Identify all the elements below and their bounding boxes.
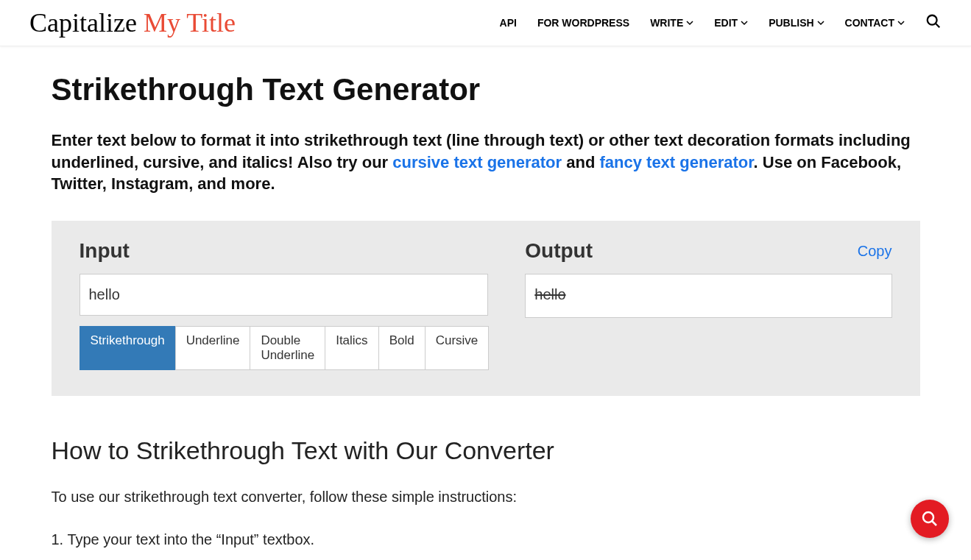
svg-line-3 xyxy=(932,521,936,525)
input-textbox[interactable] xyxy=(80,274,489,316)
search-fab[interactable] xyxy=(911,500,949,538)
howto-step-1: 1. Type your text into the “Input” textb… xyxy=(52,528,920,550)
howto-title: How to Strikethrough Text with Our Conve… xyxy=(52,436,920,465)
chevron-down-icon xyxy=(817,19,825,26)
search-icon xyxy=(921,510,939,528)
chevron-down-icon xyxy=(897,19,905,26)
svg-point-2 xyxy=(923,512,933,522)
nav-api[interactable]: API xyxy=(500,17,517,29)
input-column: Input Strikethrough Underline Double Und… xyxy=(80,239,489,370)
howto-intro: To use our strikethrough text converter,… xyxy=(52,486,567,508)
nav-wordpress[interactable]: FOR WORDPRESS xyxy=(537,17,629,29)
intro-mid: and xyxy=(562,153,599,171)
nav-publish[interactable]: PUBLISH xyxy=(769,17,824,29)
tab-underline[interactable]: Underline xyxy=(175,326,251,370)
fancy-generator-link[interactable]: fancy text generator xyxy=(599,153,753,171)
input-label: Input xyxy=(80,239,130,263)
format-tabs: Strikethrough Underline Double Underline… xyxy=(80,326,489,370)
intro-text: Enter text below to format it into strik… xyxy=(52,130,920,195)
cursive-generator-link[interactable]: cursive text generator xyxy=(392,153,562,171)
tab-bold[interactable]: Bold xyxy=(378,326,426,370)
output-label: Output xyxy=(525,239,593,263)
nav-label: WRITE xyxy=(650,17,683,29)
tab-cursive[interactable]: Cursive xyxy=(425,326,490,370)
tab-strikethrough[interactable]: Strikethrough xyxy=(80,326,176,370)
nav-label: PUBLISH xyxy=(769,17,813,29)
nav-label: API xyxy=(500,17,517,29)
nav-edit[interactable]: EDIT xyxy=(714,17,748,29)
svg-line-1 xyxy=(936,24,940,28)
tab-double-underline[interactable]: Double Underline xyxy=(250,326,325,370)
site-logo[interactable]: Capitalize My Title xyxy=(29,7,236,38)
chevron-down-icon xyxy=(741,19,748,26)
page-title: Strikethrough Text Generator xyxy=(52,72,920,107)
svg-point-0 xyxy=(928,15,937,25)
tab-italics[interactable]: Italics xyxy=(325,326,378,370)
nav-contact[interactable]: CONTACT xyxy=(845,17,905,29)
tool-box: Input Strikethrough Underline Double Und… xyxy=(52,221,920,396)
copy-button[interactable]: Copy xyxy=(858,243,892,260)
search-icon[interactable] xyxy=(925,13,942,32)
nav-label: FOR WORDPRESS xyxy=(537,17,629,29)
chevron-down-icon xyxy=(686,19,693,26)
nav-label: CONTACT xyxy=(845,17,894,29)
nav-write[interactable]: WRITE xyxy=(650,17,693,29)
output-textbox[interactable]: hello xyxy=(525,274,891,318)
logo-text-1: Capitalize xyxy=(29,8,144,38)
logo-text-2: My Title xyxy=(144,8,236,38)
main-nav: API FOR WORDPRESS WRITE EDIT PUBLISH CON… xyxy=(500,13,942,32)
site-header: Capitalize My Title API FOR WORDPRESS WR… xyxy=(0,0,971,46)
output-column: Output Copy hello xyxy=(525,239,891,370)
nav-label: EDIT xyxy=(714,17,738,29)
